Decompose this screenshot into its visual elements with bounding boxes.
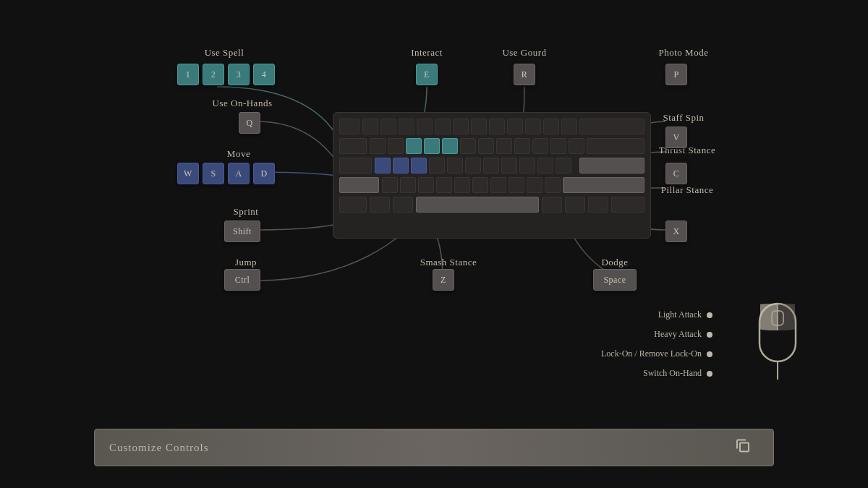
kb-key-semicolon [537, 158, 553, 174]
key-jump[interactable]: Ctrl [224, 269, 260, 291]
label-use-gourd: Use Gourd [488, 47, 561, 59]
kb-key-0 [525, 119, 541, 134]
label-photo-mode: Photo Mode [640, 47, 727, 59]
key-move-d[interactable]: D [253, 163, 275, 184]
kb-key-i [496, 138, 512, 154]
kb-key-ctrl-r [611, 197, 644, 213]
kb-key-enter2 [579, 158, 644, 174]
kb-key-v [436, 177, 452, 193]
kb-key-h [465, 158, 481, 174]
key-smash-stance[interactable]: Z [433, 269, 454, 291]
kb-key-minus [543, 119, 559, 134]
kb-key-p [532, 138, 548, 154]
key-sprint[interactable]: Shift [224, 221, 260, 242]
kb-key-alt-r [542, 197, 562, 213]
kb-key-4 [417, 119, 433, 134]
kb-key-comma [509, 177, 524, 193]
label-pillar-stance: Pillar Stance [640, 184, 734, 196]
keyboard-bg [333, 112, 651, 239]
key-dodge[interactable]: Space [593, 269, 637, 291]
mouse-dot-left [707, 312, 712, 318]
kb-key-lbracket [550, 138, 566, 154]
label-thrust-stance: Thrust Stance [640, 145, 734, 156]
kb-key-n [472, 177, 488, 193]
mouse-dot-right [707, 332, 712, 338]
mouse-dot-wheel [707, 371, 712, 377]
kb-key-f [429, 158, 445, 174]
kb-key-d-hl [411, 158, 427, 174]
kb-key-r-hl [424, 138, 440, 154]
label-sprint: Sprint [203, 206, 289, 218]
key-use-gourd[interactable]: R [514, 64, 535, 85]
kb-key-tab [339, 138, 367, 154]
kb-key-g [447, 158, 463, 174]
kb-key-b [454, 177, 470, 193]
mouse-icon [749, 300, 807, 380]
label-dodge: Dodge [579, 257, 651, 268]
key-interact[interactable]: E [416, 64, 438, 85]
key-move-w[interactable]: W [177, 163, 199, 184]
kb-key-e-hl [406, 138, 422, 154]
key-spell-1[interactable]: 1 [177, 64, 199, 85]
bottom-bar[interactable]: Customize Controls [94, 429, 774, 466]
kb-key-shift-r [563, 177, 644, 193]
duplicate-icon [734, 437, 752, 458]
kb-key-j [483, 158, 499, 174]
main-container: Use Spell Interact Use Gourd Photo Mode … [0, 0, 868, 488]
label-interact: Interact [394, 47, 459, 59]
kb-key-2 [380, 119, 396, 134]
kb-key-u [478, 138, 494, 154]
kb-key-space [416, 197, 539, 213]
key-spell-3[interactable]: 3 [228, 64, 250, 85]
kb-key-backspace [579, 119, 644, 134]
kb-key-1 [362, 119, 378, 134]
kb-key-period [527, 177, 542, 193]
key-photo-mode[interactable]: P [665, 64, 687, 85]
kb-key-q [370, 138, 386, 154]
key-move-s[interactable]: S [203, 163, 224, 184]
kb-key-9 [507, 119, 523, 134]
key-staff-spin[interactable]: V [665, 127, 687, 148]
label-jump: Jump [203, 257, 289, 268]
label-lock-on: Lock-On / Remove Lock-On [601, 348, 712, 359]
kb-key-c [418, 177, 434, 193]
kb-key-k [501, 158, 517, 174]
key-spell-2[interactable]: 2 [203, 64, 224, 85]
kb-key-l [519, 158, 535, 174]
key-pillar-stance[interactable]: X [665, 221, 687, 242]
kb-key-quote [556, 158, 571, 174]
kb-key-t-hl [442, 138, 458, 154]
svg-rect-3 [740, 443, 749, 452]
kb-key-7 [471, 119, 487, 134]
label-move: Move [195, 148, 282, 160]
kb-key-6 [453, 119, 469, 134]
kb-key-m [490, 177, 506, 193]
key-thrust-stance[interactable]: C [665, 163, 687, 184]
kb-key-3 [399, 119, 414, 134]
kb-key-a-hl [375, 158, 391, 174]
key-move-a[interactable]: A [228, 163, 250, 184]
kb-key-win [370, 197, 390, 213]
kb-key-menu [588, 197, 608, 213]
kb-key-shift-l [339, 177, 379, 193]
kb-key-8 [489, 119, 505, 134]
kb-key-capslock [339, 158, 372, 174]
key-on-hands[interactable]: Q [239, 112, 260, 134]
label-staff-spin: Staff Spin [640, 112, 727, 124]
label-light-attack: Light Attack [658, 309, 712, 320]
kb-key-esc [339, 119, 359, 134]
kb-key-slash [545, 177, 561, 193]
kb-key-z [382, 177, 398, 193]
kb-key-o [514, 138, 530, 154]
kb-key-ctrl-l [339, 197, 367, 213]
kb-key-y [460, 138, 476, 154]
kb-key-alt-l [393, 197, 413, 213]
kb-key-enter [587, 138, 644, 154]
kb-key-rbracket [569, 138, 584, 154]
kb-key-x [400, 177, 416, 193]
key-spell-4[interactable]: 4 [253, 64, 275, 85]
label-switch-on-hand: Switch On-Hand [643, 368, 712, 379]
kb-key-5 [435, 119, 451, 134]
customize-controls-label: Customize Controls [109, 442, 209, 454]
label-use-on-hands: Use On-Hands [195, 98, 289, 109]
